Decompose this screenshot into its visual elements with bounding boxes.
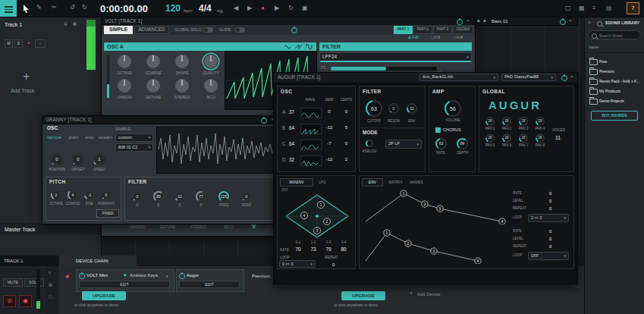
env-s-knob[interactable]: 12 — [174, 191, 185, 202]
automation-button[interactable]: ▣ — [302, 5, 308, 11]
library-item-premium[interactable]: Premium — [585, 66, 644, 76]
env2-rate-value[interactable]: 0 — [549, 229, 551, 234]
pan-1-knob[interactable]: 26 — [485, 117, 495, 126]
track-name[interactable]: Track 1 — [5, 22, 22, 27]
tab-advanced[interactable]: ADVANCED — [134, 26, 169, 34]
pan-3-knob[interactable]: 26 — [519, 117, 528, 126]
osc-row-level[interactable]: 32 — [289, 158, 294, 163]
env1-node-2[interactable]: 2 — [424, 202, 426, 206]
chorus-checkbox[interactable] — [435, 127, 441, 133]
joy-node-4[interactable]: 4 — [303, 213, 306, 218]
track-piano-icon[interactable]: ▦ — [73, 22, 77, 26]
osc-row-wave-display[interactable] — [300, 155, 322, 166]
track-grid-icon[interactable]: ▤ — [64, 22, 68, 26]
osc-row-cents[interactable]: 2 — [338, 157, 355, 162]
env1-repeat-value[interactable]: 0 — [549, 206, 551, 211]
osc-row-level[interactable]: 37 — [289, 110, 294, 115]
chorus-rate-knob[interactable]: 63 — [435, 138, 447, 149]
add-device-plus-icon[interactable]: + — [410, 290, 413, 297]
analog-knob[interactable] — [366, 140, 373, 147]
envelope-1-graph[interactable]: 1 2 3 4 — [364, 190, 507, 225]
output-button[interactable]: ◉ — [19, 295, 32, 307]
filter-reso-knob[interactable]: 0 — [241, 191, 252, 202]
osc-row-wave-display[interactable] — [300, 140, 322, 150]
env1-node-1[interactable]: 1 — [403, 191, 405, 196]
device-record-icon[interactable]: ◉ — [65, 274, 69, 278]
tab-oscmix[interactable]: OSCMIX — [453, 26, 473, 34]
close-icon[interactable]: × — [570, 74, 573, 79]
track-solo-button[interactable]: S — [14, 39, 23, 48]
offset-knob[interactable]: 0 — [71, 152, 85, 166]
sine-wave-icon[interactable] — [284, 44, 292, 49]
timesig-value[interactable]: 4/4 — [199, 4, 212, 13]
grid-icon[interactable]: ▤ — [49, 283, 52, 287]
osc-row-level[interactable]: 64 — [289, 142, 294, 147]
env2-repeat-value[interactable]: 0 — [549, 244, 551, 249]
routing-a-plus-b-radio[interactable]: ◉ A+B — [408, 36, 419, 40]
env-r-knob[interactable]: 77 — [196, 191, 206, 202]
osc-row-semi[interactable]: -12 — [322, 125, 337, 130]
global-solo-toggle[interactable] — [203, 27, 213, 33]
monitor-icon[interactable]: ▢ — [49, 295, 52, 299]
env2-loop-dropdown[interactable]: OFF ▾ — [528, 252, 569, 260]
detune-knob[interactable] — [146, 78, 161, 93]
track-mute-button[interactable]: M — [5, 39, 13, 48]
volt-filter-header[interactable]: FILTER — [319, 42, 472, 51]
unison-knob[interactable] — [117, 78, 132, 93]
tab-matrix[interactable]: MATRIX — [388, 181, 403, 184]
granny-title-bar[interactable]: GRANNY [TRACK 1] × — [42, 116, 279, 124]
tab-amp[interactable]: amp — [85, 135, 94, 140]
quality-knob[interactable] — [203, 54, 218, 69]
power-icon[interactable] — [561, 75, 567, 81]
tab-grain[interactable]: grain — [68, 135, 78, 140]
env1-loop-dropdown[interactable]: 2 <> 3 ▾ — [528, 214, 569, 222]
edit-button[interactable]: EDIT — [79, 281, 170, 288]
tab-waves[interactable]: WAVES — [410, 181, 423, 184]
env2-level-value[interactable]: 0 — [549, 237, 551, 241]
sample-mode-dropdown[interactable]: custom ▾ — [115, 133, 153, 142]
mco-knob[interactable] — [203, 78, 218, 93]
add-track-label[interactable]: Add Track — [11, 88, 35, 93]
skip-forward-button[interactable]: ▶ — [275, 5, 279, 11]
edit-button[interactable]: EDIT — [179, 281, 240, 288]
time-display[interactable]: 0:00:00.00 — [100, 4, 148, 14]
tab-mixenv[interactable]: MIXENV — [280, 178, 313, 187]
power-icon[interactable] — [291, 27, 297, 33]
pitch-coarse-knob[interactable]: 4 — [68, 190, 78, 200]
notifications-badge[interactable]: 7 — [627, 2, 639, 14]
mixer-icon[interactable]: ≡ — [49, 271, 51, 275]
osc-row-semi[interactable]: -7 — [322, 141, 337, 146]
glide-toggle[interactable] — [235, 27, 245, 33]
joy-rate-1-2[interactable]: 73 — [306, 247, 320, 253]
osc-micro-slider[interactable] — [107, 55, 109, 98]
env-a-knob[interactable]: 0 — [132, 191, 143, 202]
search-input[interactable] — [598, 32, 642, 39]
tab-lfo[interactable]: LFO — [319, 181, 326, 184]
pencil-tool-icon[interactable]: ✎ — [36, 5, 42, 11]
fixed-button[interactable]: FIXED — [96, 209, 119, 218]
library-item-remix-pack[interactable]: Remix Pack - Artik x K... — [585, 76, 644, 86]
joy-rate-0-1[interactable]: 70 — [291, 247, 305, 253]
power-icon[interactable] — [261, 118, 267, 124]
joy-node-3[interactable]: 3 — [316, 228, 319, 233]
env1-rate-value[interactable]: 0 — [549, 191, 551, 196]
clip-name[interactable]: Bass 01 — [492, 19, 508, 24]
close-icon[interactable]: × — [588, 20, 591, 25]
octave-knob[interactable] — [117, 54, 132, 69]
pan-2-knob[interactable]: 26 — [502, 117, 511, 126]
env2-node-4[interactable]: 4 — [477, 259, 479, 263]
envelope-2-graph[interactable]: 1 2 3 4 — [364, 228, 507, 264]
joy-loop-dropdown[interactable]: 0 <> 3 ▾ — [279, 260, 316, 268]
joy-repeat-value[interactable]: 0 — [332, 262, 335, 267]
record-button[interactable]: ● — [261, 5, 265, 11]
library-search-box[interactable] — [588, 30, 641, 39]
mixer-view-icon[interactable]: ≡ — [592, 5, 596, 11]
device-card-volt-mini[interactable]: VOLT Mini ◆ Ambient Keys ▾ EDIT — [76, 269, 174, 292]
osc-row-cents[interactable]: 0 — [338, 109, 355, 114]
osc-row-level[interactable]: 64 — [289, 126, 294, 131]
menu-button[interactable] — [0, 0, 17, 17]
close-icon[interactable]: × — [467, 18, 470, 23]
track-wave-badge[interactable]: ≈ — [35, 39, 46, 48]
library-item-demo-projects[interactable]: Demo Projects — [585, 96, 644, 105]
filter-mode-dropdown[interactable]: 2P LP ▾ — [385, 140, 422, 149]
